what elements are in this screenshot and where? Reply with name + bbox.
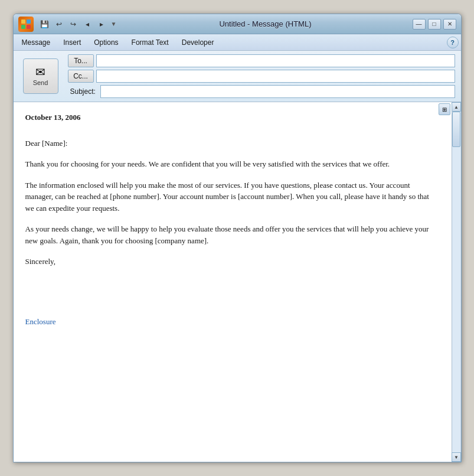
- address-fields: To... Cc... Subject:: [68, 54, 461, 98]
- title-bar: 💾 ↩ ↪ ◂ ▸ ▼ Untitled - Message (HTML) — …: [14, 14, 461, 34]
- minimize-button[interactable]: —: [413, 19, 426, 30]
- maximize-button[interactable]: □: [428, 19, 441, 30]
- subject-label: Subject:: [68, 87, 98, 96]
- redo-button[interactable]: ↪: [67, 18, 80, 31]
- send-area: ✉ Send: [17, 54, 64, 98]
- email-date: October 13, 2006: [25, 112, 440, 123]
- app-icon: [18, 17, 34, 32]
- cc-row: Cc...: [68, 70, 455, 83]
- cc-input[interactable]: [96, 70, 455, 83]
- scroll-down-button[interactable]: ▼: [452, 452, 461, 462]
- send-label: Send: [33, 79, 48, 86]
- menu-options[interactable]: Options: [88, 37, 124, 48]
- menu-bar: Message Insert Options Format Text Devel…: [14, 34, 461, 51]
- svg-rect-1: [27, 19, 31, 24]
- outlook-window: 💾 ↩ ↪ ◂ ▸ ▼ Untitled - Message (HTML) — …: [13, 14, 462, 462]
- menu-format-text[interactable]: Format Text: [126, 37, 175, 48]
- email-para2: The information enclosed will help you m…: [25, 180, 440, 214]
- email-header: ✉ Send To... Cc... Subject:: [14, 51, 461, 102]
- email-para3: As your needs change, we will be happy t…: [25, 223, 440, 246]
- window-title: Untitled - Message (HTML): [120, 19, 410, 28]
- menu-developer[interactable]: Developer: [176, 37, 220, 48]
- subject-input[interactable]: [100, 85, 455, 98]
- svg-rect-2: [21, 25, 25, 29]
- to-button[interactable]: To...: [68, 54, 94, 67]
- help-button[interactable]: ?: [447, 37, 459, 48]
- svg-rect-3: [27, 25, 31, 29]
- forward-button[interactable]: ▸: [95, 18, 108, 31]
- expand-icon[interactable]: ⊞: [439, 103, 450, 115]
- scroll-up-button[interactable]: ▲: [452, 102, 461, 112]
- email-content[interactable]: October 13, 2006 Dear [Name]: Thank you …: [14, 102, 452, 462]
- email-closing: Sincerely,: [25, 256, 440, 268]
- send-icon: ✉: [35, 66, 45, 78]
- back-button[interactable]: ◂: [81, 18, 94, 31]
- quick-access-toolbar: 💾 ↩ ↪ ◂ ▸ ▼: [38, 18, 119, 31]
- menu-message[interactable]: Message: [16, 37, 57, 48]
- to-input[interactable]: [96, 54, 455, 67]
- menu-insert[interactable]: Insert: [57, 37, 87, 48]
- scroll-thumb[interactable]: [452, 112, 460, 147]
- to-row: To...: [68, 54, 455, 67]
- pin-icon: ▼: [111, 21, 117, 27]
- send-button[interactable]: ✉ Send: [23, 58, 58, 94]
- undo-button[interactable]: ↩: [53, 18, 66, 31]
- cc-button[interactable]: Cc...: [68, 70, 94, 83]
- window-controls: — □ ✕: [413, 19, 456, 30]
- close-button[interactable]: ✕: [443, 19, 456, 30]
- scroll-track[interactable]: [452, 112, 460, 452]
- email-greeting: Dear [Name]:: [25, 138, 440, 149]
- svg-rect-0: [21, 19, 25, 24]
- save-button[interactable]: 💾: [38, 18, 51, 31]
- scrollbar[interactable]: ▲ ▼: [452, 102, 461, 462]
- email-body-area: ⊞ October 13, 2006 Dear [Name]: Thank yo…: [14, 102, 461, 462]
- subject-row: Subject:: [68, 85, 455, 98]
- email-enclosure: Enclosure: [25, 316, 440, 328]
- email-para1: Thank you for choosing for your needs. W…: [25, 158, 440, 170]
